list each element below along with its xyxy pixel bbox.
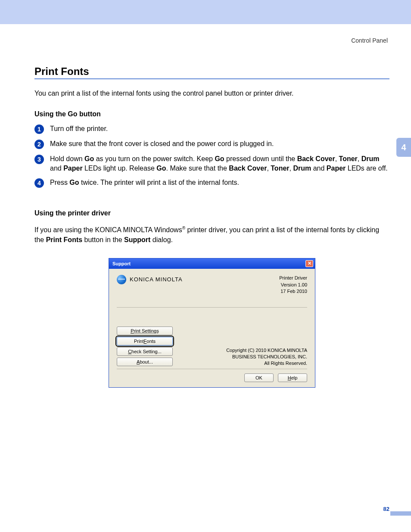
dialog-titlebar[interactable]: Support ✕ <box>109 258 315 269</box>
page-number: 82 <box>383 506 389 512</box>
driver-paragraph: If you are using the KONICA MINOLTA Wind… <box>34 225 389 245</box>
top-band <box>0 0 411 24</box>
check-setting-button[interactable]: Check Setting... <box>117 347 173 356</box>
driver-heading: Using the printer driver <box>34 209 389 217</box>
dialog-footer: OK Help <box>117 369 307 382</box>
print-settings-button[interactable]: Print Settings <box>117 327 173 335</box>
step-4: 4 Press Go twice. The printer will print… <box>34 178 389 188</box>
header-path: Control Panel <box>34 37 389 44</box>
step-number-icon: 4 <box>34 178 44 188</box>
copyright-text: Copyright (C) 2010 KONICA MINOLTA BUSINE… <box>226 347 307 367</box>
step-number-icon: 2 <box>34 140 44 149</box>
chapter-tab: 4 <box>396 138 411 157</box>
step-1: 1 Turn off the printer. <box>34 124 389 134</box>
step-2: 2 Make sure that the front cover is clos… <box>34 139 389 149</box>
dialog-title: Support <box>112 261 131 266</box>
driver-date: 17 Feb 2010 <box>279 288 307 295</box>
globe-logo-icon <box>117 275 126 284</box>
step-number-icon: 1 <box>34 124 44 134</box>
step-3-text: Hold down Go as you turn on the power sw… <box>50 154 389 173</box>
driver-info: Printer Driver Version 1.00 17 Feb 2010 <box>279 275 307 296</box>
intro-text: You can print a list of the internal fon… <box>34 90 389 97</box>
step-number-icon: 3 <box>34 155 44 164</box>
step-2-text: Make sure that the front cover is closed… <box>50 139 389 149</box>
driver-label: Printer Driver <box>279 275 307 282</box>
page-title: Print Fonts <box>34 65 389 79</box>
step-4-text: Press Go twice. The printer will print a… <box>50 178 389 187</box>
dialog-body: KONICA MINOLTA Printer Driver Version 1.… <box>109 269 315 388</box>
print-fonts-button[interactable]: Print Fonts <box>117 337 173 345</box>
brand-area: KONICA MINOLTA <box>117 275 183 284</box>
ok-button[interactable]: OK <box>244 373 274 382</box>
help-button[interactable]: Help <box>278 373 307 382</box>
close-icon[interactable]: ✕ <box>305 260 313 267</box>
brand-name: KONICA MINOLTA <box>130 276 183 283</box>
page-content: Control Panel Print Fonts You can print … <box>0 24 411 388</box>
dialog-button-column: Print Settings Print Fonts Check Setting… <box>117 327 173 366</box>
step-3: 3 Hold down Go as you turn on the power … <box>34 154 389 173</box>
about-button[interactable]: About... <box>117 358 173 366</box>
page-stripe <box>390 511 411 516</box>
support-dialog: Support ✕ KONICA MINOLTA Printer Driver … <box>109 258 315 388</box>
driver-version: Version 1.00 <box>279 282 307 289</box>
go-heading: Using the Go button <box>34 110 389 118</box>
step-1-text: Turn off the printer. <box>50 124 389 134</box>
